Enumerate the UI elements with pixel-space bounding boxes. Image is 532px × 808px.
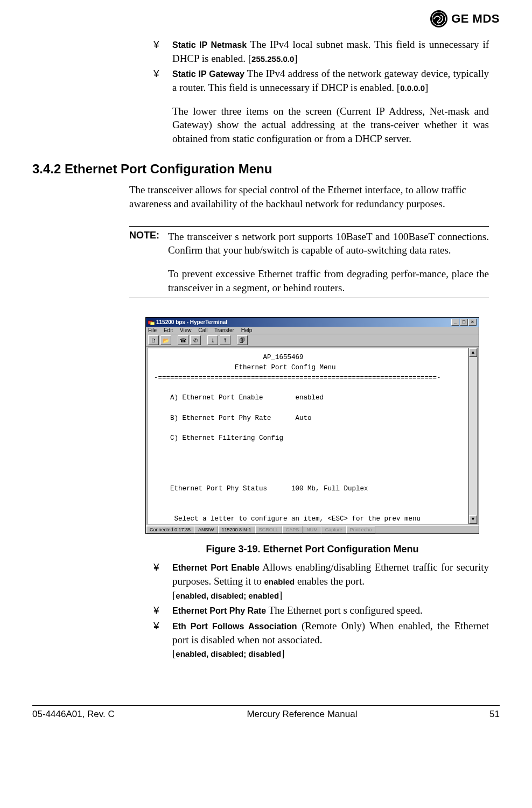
term-desc: The Ethernet port s configured speed. bbox=[269, 605, 423, 616]
section-heading: 3.4.2 Ethernet Port Configuration Menu bbox=[32, 161, 500, 177]
term-line: -=======================================… bbox=[154, 373, 461, 383]
term-desc-end: ] bbox=[425, 82, 428, 93]
toolbar-open-icon[interactable]: 📂 bbox=[160, 335, 171, 345]
menu-view[interactable]: View bbox=[180, 327, 192, 333]
term-label: Eth Port Follows Association bbox=[172, 622, 297, 631]
toolbar-connect-icon[interactable]: ☎ bbox=[178, 335, 188, 345]
toolbar-properties-icon[interactable]: 🗐 bbox=[237, 335, 248, 345]
bullet-ethernet-port-enable: ¥ Ethernet Port Enable Allows enabling/d… bbox=[153, 560, 489, 602]
term-label: Ethernet Port Enable bbox=[172, 563, 260, 572]
menu-help[interactable]: Help bbox=[241, 327, 253, 333]
term-label: Static IP Netmask bbox=[172, 40, 247, 50]
term-line: A) Ethernet Port Enable enabled bbox=[154, 393, 461, 403]
footer-page-number: 51 bbox=[489, 709, 500, 720]
term-line bbox=[154, 504, 461, 515]
term-value: 0.0.0.0 bbox=[400, 83, 425, 93]
status-capture: Capture bbox=[321, 526, 346, 533]
toolbar: 🗋 📂 ☎ ✆ ⤓ ⤒ 🗐 bbox=[146, 334, 479, 347]
menu-call[interactable]: Call bbox=[198, 327, 207, 333]
term-label: Static IP Gateway bbox=[172, 69, 244, 79]
menu-edit[interactable]: Edit bbox=[164, 327, 173, 333]
term-value: 255.255.0.0 bbox=[251, 54, 294, 64]
term-line: Ethernet Port Phy Status 100 Mb, Full Du… bbox=[154, 484, 461, 494]
svg-rect-3 bbox=[150, 322, 155, 325]
bullet-marker: ¥ bbox=[153, 603, 159, 617]
status-emulation: ANSIW bbox=[194, 526, 218, 533]
section-paragraph: The transceiver allows for special contr… bbox=[129, 183, 489, 210]
status-connected: Connected 0:17:35 bbox=[146, 526, 194, 533]
status-scroll: SCROLL bbox=[255, 526, 282, 533]
app-icon bbox=[148, 320, 155, 325]
followup-paragraph: The lower three items on the screen (Cur… bbox=[153, 104, 489, 146]
minimize-button[interactable]: _ bbox=[451, 319, 459, 326]
term-line bbox=[154, 383, 461, 394]
page-footer: 05-4446A01, Rev. C Mercury Reference Man… bbox=[0, 706, 532, 730]
term-options: enabled, disabled; disabled bbox=[176, 649, 281, 658]
bullet-static-ip-netmask: ¥ Static IP Netmask The IPv4 local subne… bbox=[153, 38, 489, 65]
note-box: NOTE: The transceiver s network port sup… bbox=[129, 226, 489, 299]
figure-caption: Figure 3-19. Ethernet Port Configuration… bbox=[145, 544, 479, 555]
ge-monogram-icon bbox=[430, 10, 448, 28]
toolbar-disconnect-icon[interactable]: ✆ bbox=[190, 335, 201, 345]
brand-text: GE MDS bbox=[451, 12, 500, 26]
term-line bbox=[154, 464, 461, 474]
term-line bbox=[154, 444, 461, 454]
note-paragraph-2: To prevent excessive Ethernet traffic fr… bbox=[168, 267, 489, 294]
term-line bbox=[154, 424, 461, 434]
bullet-marker: ¥ bbox=[153, 38, 159, 52]
status-num: NUM bbox=[303, 526, 321, 533]
menu-bar: File Edit View Call Transfer Help bbox=[146, 327, 479, 334]
term-desc-end: ] bbox=[294, 53, 297, 64]
brand-logo: GE MDS bbox=[430, 10, 500, 28]
toolbar-send-icon[interactable]: ⤓ bbox=[207, 335, 218, 345]
status-rate: 115200 8-N-1 bbox=[218, 526, 255, 533]
inline-term: enabled bbox=[264, 577, 295, 586]
term-paren: (Remote Only) bbox=[297, 620, 365, 631]
term-desc-2: enables the port. bbox=[295, 575, 365, 587]
toolbar-new-icon[interactable]: 🗋 bbox=[148, 335, 159, 345]
term-line: Select a letter to configure an item, <E… bbox=[154, 514, 461, 524]
scrollbar[interactable]: ▲ ▼ bbox=[468, 348, 478, 524]
bullet-marker: ¥ bbox=[153, 560, 159, 574]
maximize-button[interactable]: □ bbox=[460, 319, 468, 326]
term-line bbox=[154, 474, 461, 484]
status-bar: Connected 0:17:35 ANSIW 115200 8-N-1 SCR… bbox=[146, 525, 479, 533]
scroll-down-icon[interactable]: ▼ bbox=[469, 515, 477, 524]
menu-transfer[interactable]: Transfer bbox=[214, 327, 234, 333]
hyperterminal-window: 115200 bps - HyperTerminal _□× File Edit… bbox=[145, 317, 479, 534]
term-line: AP_1655469 bbox=[154, 353, 461, 363]
term-line bbox=[154, 454, 461, 464]
term-line: B) Ethernet Port Phy Rate Auto bbox=[154, 413, 461, 424]
note-label: NOTE: bbox=[129, 230, 168, 295]
window-titlebar: 115200 bps - HyperTerminal _□× bbox=[146, 318, 479, 327]
term-line: C) Ethernet Filtering Config bbox=[154, 433, 461, 444]
bullet-static-ip-gateway: ¥ Static IP Gateway The IPv4 address of … bbox=[153, 67, 489, 94]
footer-doc-id: 05-4446A01, Rev. C bbox=[32, 709, 115, 720]
footer-title: Mercury Reference Manual bbox=[247, 709, 357, 720]
note-paragraph-1: The transceiver s network port supports … bbox=[168, 230, 489, 257]
scroll-up-icon[interactable]: ▲ bbox=[469, 348, 477, 357]
status-caps: CAPS bbox=[282, 526, 303, 533]
term-line bbox=[154, 494, 461, 504]
term-options: enabled, disabled; enabled bbox=[176, 591, 279, 600]
toolbar-receive-icon[interactable]: ⤒ bbox=[220, 335, 230, 345]
term-line: Ethernet Port Config Menu bbox=[154, 363, 461, 373]
bullet-ethernet-port-phy-rate: ¥ Ethernet Port Phy Rate The Ethernet po… bbox=[153, 603, 489, 617]
bullet-marker: ¥ bbox=[153, 67, 159, 81]
bullet-eth-port-follows-association: ¥ Eth Port Follows Association (Remote O… bbox=[153, 619, 489, 661]
bullet-marker: ¥ bbox=[153, 619, 159, 633]
figure-hyperterminal: 115200 bps - HyperTerminal _□× File Edit… bbox=[145, 317, 479, 555]
window-title: 115200 bps - HyperTerminal bbox=[156, 319, 227, 325]
svg-point-0 bbox=[430, 10, 447, 27]
menu-file[interactable]: File bbox=[148, 327, 157, 333]
term-line bbox=[154, 403, 461, 413]
terminal-area[interactable]: AP_1655469 Ethernet Port Config Menu-===… bbox=[147, 348, 468, 524]
term-label: Ethernet Port Phy Rate bbox=[172, 606, 266, 615]
close-button[interactable]: × bbox=[468, 319, 477, 326]
status-printecho: Print echo bbox=[346, 526, 376, 533]
